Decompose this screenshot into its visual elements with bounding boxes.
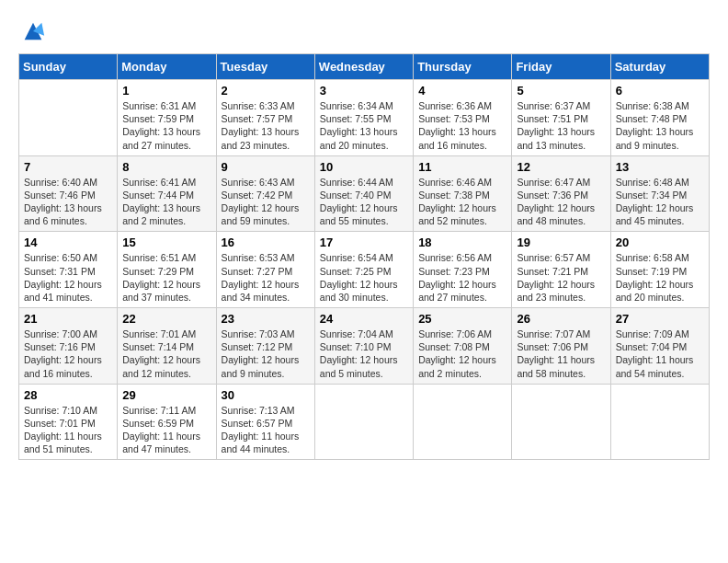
cell-info: Sunrise: 6:38 AMSunset: 7:48 PMDaylight:… — [616, 99, 704, 152]
day-number: 10 — [320, 160, 408, 174]
day-number: 12 — [517, 160, 605, 174]
calendar-week-1: 1 Sunrise: 6:31 AMSunset: 7:59 PMDayligh… — [19, 80, 710, 156]
calendar-table: SundayMondayTuesdayWednesdayThursdayFrid… — [18, 53, 710, 460]
cell-info: Sunrise: 7:07 AMSunset: 7:06 PMDaylight:… — [517, 327, 605, 380]
day-number: 21 — [24, 312, 112, 326]
calendar-cell: 8 Sunrise: 6:41 AMSunset: 7:44 PMDayligh… — [118, 155, 216, 232]
day-number: 17 — [320, 236, 408, 249]
day-number: 28 — [24, 388, 112, 402]
day-number: 18 — [418, 236, 506, 249]
calendar-cell: 21 Sunrise: 7:00 AMSunset: 7:16 PMDaylig… — [19, 308, 118, 385]
calendar-cell: 19 Sunrise: 6:57 AMSunset: 7:21 PMDaylig… — [512, 232, 610, 308]
day-number: 27 — [616, 312, 704, 326]
cell-info: Sunrise: 6:31 AMSunset: 7:59 PMDaylight:… — [122, 99, 210, 152]
day-number: 15 — [122, 236, 210, 249]
cell-info: Sunrise: 6:34 AMSunset: 7:55 PMDaylight:… — [320, 99, 408, 152]
calendar-cell: 5 Sunrise: 6:37 AMSunset: 7:51 PMDayligh… — [512, 80, 610, 156]
calendar-cell: 3 Sunrise: 6:34 AMSunset: 7:55 PMDayligh… — [314, 80, 413, 156]
day-number: 1 — [122, 84, 210, 98]
day-number: 13 — [616, 160, 704, 174]
calendar-cell — [19, 80, 118, 156]
cell-info: Sunrise: 6:47 AMSunset: 7:36 PMDaylight:… — [517, 176, 605, 228]
calendar-cell: 9 Sunrise: 6:43 AMSunset: 7:42 PMDayligh… — [216, 155, 314, 232]
calendar-cell: 30 Sunrise: 7:13 AMSunset: 6:57 PMDaylig… — [216, 384, 314, 460]
calendar-cell: 17 Sunrise: 6:54 AMSunset: 7:25 PMDaylig… — [314, 232, 413, 308]
day-number: 3 — [320, 84, 408, 98]
logo-icon — [20, 18, 46, 44]
cell-info: Sunrise: 6:44 AMSunset: 7:40 PMDaylight:… — [320, 176, 408, 228]
calendar-cell: 10 Sunrise: 6:44 AMSunset: 7:40 PMDaylig… — [314, 155, 413, 232]
logo — [18, 18, 46, 44]
cell-info: Sunrise: 6:33 AMSunset: 7:57 PMDaylight:… — [222, 99, 310, 152]
cell-info: Sunrise: 6:58 AMSunset: 7:19 PMDaylight:… — [616, 251, 704, 304]
calendar-cell: 16 Sunrise: 6:53 AMSunset: 7:27 PMDaylig… — [216, 232, 314, 308]
day-number: 9 — [222, 160, 310, 174]
day-number: 30 — [222, 388, 310, 402]
calendar-cell: 18 Sunrise: 6:56 AMSunset: 7:23 PMDaylig… — [414, 232, 512, 308]
day-header-friday: Friday — [512, 54, 610, 80]
calendar-cell — [610, 384, 709, 460]
calendar-cell: 28 Sunrise: 7:10 AMSunset: 7:01 PMDaylig… — [19, 384, 118, 460]
day-number: 2 — [222, 84, 310, 98]
day-number: 14 — [24, 236, 112, 249]
day-header-wednesday: Wednesday — [314, 54, 413, 80]
calendar-cell: 14 Sunrise: 6:50 AMSunset: 7:31 PMDaylig… — [19, 232, 118, 308]
cell-info: Sunrise: 6:50 AMSunset: 7:31 PMDaylight:… — [24, 251, 112, 304]
cell-info: Sunrise: 6:46 AMSunset: 7:38 PMDaylight:… — [418, 176, 506, 228]
calendar-cell: 12 Sunrise: 6:47 AMSunset: 7:36 PMDaylig… — [512, 155, 610, 232]
day-number: 22 — [122, 312, 210, 326]
cell-info: Sunrise: 7:11 AMSunset: 6:59 PMDaylight:… — [122, 404, 210, 456]
calendar-cell: 29 Sunrise: 7:11 AMSunset: 6:59 PMDaylig… — [118, 384, 216, 460]
cell-info: Sunrise: 6:57 AMSunset: 7:21 PMDaylight:… — [517, 251, 605, 304]
cell-info: Sunrise: 7:06 AMSunset: 7:08 PMDaylight:… — [418, 327, 506, 380]
calendar-cell: 15 Sunrise: 6:51 AMSunset: 7:29 PMDaylig… — [118, 232, 216, 308]
calendar-week-3: 14 Sunrise: 6:50 AMSunset: 7:31 PMDaylig… — [19, 232, 710, 308]
calendar-cell: 2 Sunrise: 6:33 AMSunset: 7:57 PMDayligh… — [216, 80, 314, 156]
cell-info: Sunrise: 7:01 AMSunset: 7:14 PMDaylight:… — [122, 327, 210, 380]
calendar-week-5: 28 Sunrise: 7:10 AMSunset: 7:01 PMDaylig… — [19, 384, 710, 460]
day-number: 16 — [222, 236, 310, 249]
calendar-cell: 27 Sunrise: 7:09 AMSunset: 7:04 PMDaylig… — [610, 308, 709, 385]
calendar-cell: 25 Sunrise: 7:06 AMSunset: 7:08 PMDaylig… — [414, 308, 512, 385]
day-header-thursday: Thursday — [414, 54, 512, 80]
calendar-header-row: SundayMondayTuesdayWednesdayThursdayFrid… — [19, 54, 710, 80]
page-header — [18, 18, 710, 44]
cell-info: Sunrise: 7:13 AMSunset: 6:57 PMDaylight:… — [222, 404, 310, 456]
day-number: 5 — [517, 84, 605, 98]
calendar-cell — [314, 384, 413, 460]
calendar-cell: 11 Sunrise: 6:46 AMSunset: 7:38 PMDaylig… — [414, 155, 512, 232]
day-number: 24 — [320, 312, 408, 326]
cell-info: Sunrise: 7:00 AMSunset: 7:16 PMDaylight:… — [24, 327, 112, 380]
day-number: 4 — [418, 84, 506, 98]
cell-info: Sunrise: 6:51 AMSunset: 7:29 PMDaylight:… — [122, 251, 210, 304]
cell-info: Sunrise: 6:54 AMSunset: 7:25 PMDaylight:… — [320, 251, 408, 304]
calendar-cell: 7 Sunrise: 6:40 AMSunset: 7:46 PMDayligh… — [19, 155, 118, 232]
day-number: 23 — [222, 312, 310, 326]
calendar-cell: 6 Sunrise: 6:38 AMSunset: 7:48 PMDayligh… — [610, 80, 709, 156]
calendar-cell: 20 Sunrise: 6:58 AMSunset: 7:19 PMDaylig… — [610, 232, 709, 308]
calendar-cell: 22 Sunrise: 7:01 AMSunset: 7:14 PMDaylig… — [118, 308, 216, 385]
cell-info: Sunrise: 6:36 AMSunset: 7:53 PMDaylight:… — [418, 99, 506, 152]
calendar-week-2: 7 Sunrise: 6:40 AMSunset: 7:46 PMDayligh… — [19, 155, 710, 232]
cell-info: Sunrise: 7:10 AMSunset: 7:01 PMDaylight:… — [24, 404, 112, 456]
cell-info: Sunrise: 7:04 AMSunset: 7:10 PMDaylight:… — [320, 327, 408, 380]
day-number: 20 — [616, 236, 704, 249]
cell-info: Sunrise: 7:09 AMSunset: 7:04 PMDaylight:… — [616, 327, 704, 380]
cell-info: Sunrise: 7:03 AMSunset: 7:12 PMDaylight:… — [222, 327, 310, 380]
calendar-cell: 26 Sunrise: 7:07 AMSunset: 7:06 PMDaylig… — [512, 308, 610, 385]
cell-info: Sunrise: 6:43 AMSunset: 7:42 PMDaylight:… — [222, 176, 310, 228]
cell-info: Sunrise: 6:37 AMSunset: 7:51 PMDaylight:… — [517, 99, 605, 152]
day-number: 19 — [517, 236, 605, 249]
calendar-cell: 23 Sunrise: 7:03 AMSunset: 7:12 PMDaylig… — [216, 308, 314, 385]
cell-info: Sunrise: 6:48 AMSunset: 7:34 PMDaylight:… — [616, 176, 704, 228]
day-header-monday: Monday — [118, 54, 216, 80]
day-number: 8 — [122, 160, 210, 174]
cell-info: Sunrise: 6:40 AMSunset: 7:46 PMDaylight:… — [24, 176, 112, 228]
calendar-cell: 13 Sunrise: 6:48 AMSunset: 7:34 PMDaylig… — [610, 155, 709, 232]
calendar-cell — [512, 384, 610, 460]
cell-info: Sunrise: 6:56 AMSunset: 7:23 PMDaylight:… — [418, 251, 506, 304]
day-number: 11 — [418, 160, 506, 174]
day-header-saturday: Saturday — [610, 54, 709, 80]
cell-info: Sunrise: 6:53 AMSunset: 7:27 PMDaylight:… — [222, 251, 310, 304]
calendar-week-4: 21 Sunrise: 7:00 AMSunset: 7:16 PMDaylig… — [19, 308, 710, 385]
